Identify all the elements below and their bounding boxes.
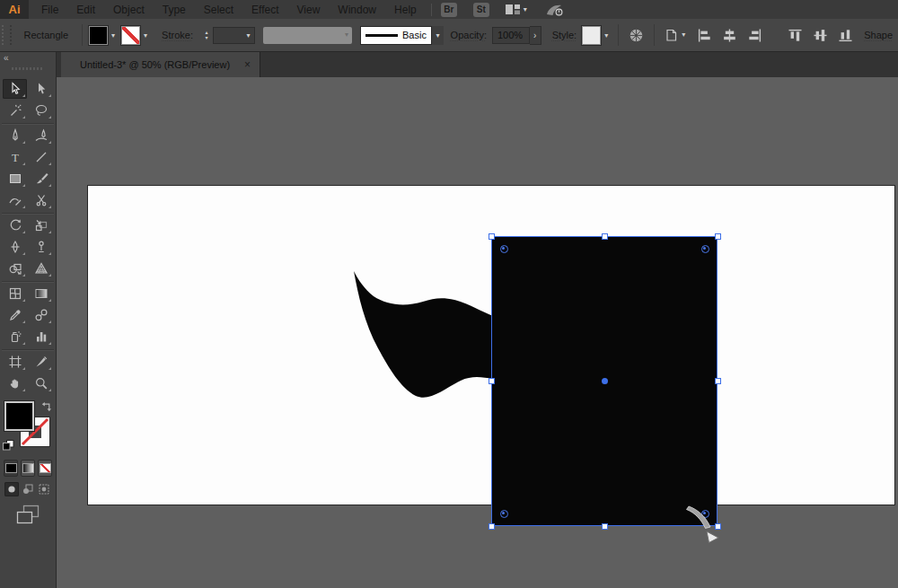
align-left-icon[interactable] — [697, 29, 712, 42]
menu-help[interactable]: Help — [385, 4, 426, 16]
rotate-tool-icon[interactable] — [3, 215, 27, 235]
perspective-grid-tool-icon[interactable] — [29, 259, 53, 278]
opacity-link[interactable]: Opacity: — [451, 30, 487, 40]
hand-tool-icon[interactable] — [3, 373, 27, 393]
fill-swatch-active[interactable] — [4, 401, 34, 431]
align-top-icon[interactable] — [788, 29, 803, 42]
stroke-color-swatch[interactable] — [121, 26, 140, 45]
stroke-chevron-icon[interactable]: ▾ — [140, 31, 151, 39]
fill-color-swatch[interactable] — [89, 26, 108, 45]
lasso-tool-icon[interactable] — [29, 101, 53, 120]
stroke-weight-stepper[interactable]: ▴ ▾ — [202, 30, 211, 40]
style-preview-chevron-icon[interactable]: ▾ — [432, 26, 443, 45]
align-horizontal-center-icon[interactable] — [722, 29, 737, 42]
line-segment-tool-icon[interactable] — [29, 147, 53, 167]
center-point[interactable] — [602, 378, 608, 384]
corner-widget[interactable] — [500, 245, 508, 253]
none-button[interactable] — [38, 460, 52, 477]
eyedropper-tool-icon[interactable] — [3, 305, 27, 325]
document-setup-icon[interactable]: ▾ — [664, 28, 685, 43]
gradient-button[interactable] — [21, 460, 35, 477]
recolor-artwork-icon[interactable] — [629, 28, 644, 43]
scale-tool-icon[interactable] — [29, 215, 53, 235]
color-button[interactable] — [4, 460, 18, 477]
handle-bottom-right[interactable] — [715, 523, 721, 530]
magic-wand-tool-icon[interactable] — [3, 101, 27, 120]
collapse-panel-icon[interactable]: « — [4, 53, 7, 63]
gradient-tool-icon[interactable] — [29, 284, 53, 303]
handle-bottom-left[interactable] — [489, 523, 495, 530]
change-screen-mode-icon[interactable] — [15, 505, 40, 524]
draw-normal-button[interactable] — [4, 482, 19, 496]
handle-middle-right[interactable] — [715, 378, 721, 384]
symbol-sprayer-tool-icon[interactable] — [3, 327, 27, 347]
shaper-tool-icon[interactable] — [3, 190, 27, 210]
width-tool-icon[interactable] — [3, 237, 27, 257]
stroke-weight-dropdown[interactable]: ▾ — [213, 27, 255, 44]
graphic-style-chevron-icon[interactable]: ▾ — [601, 31, 612, 39]
menu-type[interactable]: Type — [154, 4, 195, 16]
menu-file[interactable]: File — [32, 4, 67, 16]
align-right-icon[interactable] — [747, 29, 762, 42]
workspace-switcher-icon[interactable]: ▾ — [506, 4, 527, 15]
menu-effect[interactable]: Effect — [242, 4, 287, 16]
type-tool-icon[interactable]: T — [3, 147, 27, 167]
step-down-icon[interactable]: ▾ — [202, 35, 211, 40]
style-link[interactable]: Style: — [552, 30, 577, 40]
panel-grip[interactable] — [2, 25, 12, 45]
direct-selection-tool-icon[interactable] — [29, 79, 53, 99]
swap-fill-stroke-icon[interactable] — [40, 401, 52, 413]
paintbrush-tool-icon[interactable] — [29, 169, 53, 189]
style-preview-box[interactable]: Basic — [360, 26, 432, 45]
handle-bottom-center[interactable] — [602, 523, 608, 530]
curvature-tool-icon[interactable] — [29, 126, 53, 145]
draw-inside-button[interactable] — [37, 482, 51, 496]
handle-top-left[interactable] — [489, 233, 495, 240]
corner-widget[interactable] — [701, 510, 709, 518]
pen-tool-icon[interactable] — [3, 126, 27, 145]
zoom-tool-icon[interactable] — [29, 373, 53, 393]
gpu-performance-icon[interactable] — [545, 3, 564, 17]
puppet-warp-tool-icon[interactable] — [29, 237, 53, 257]
stroke-panel-link[interactable]: Stroke: — [162, 30, 193, 40]
shape-builder-tool-icon[interactable] — [3, 259, 27, 278]
artboard-tool-icon[interactable] — [3, 352, 27, 372]
menu-window[interactable]: Window — [329, 4, 385, 16]
fill-stroke-widget — [3, 401, 53, 453]
graphic-style-swatch[interactable] — [582, 26, 601, 45]
style-preview-name: Basic — [402, 30, 427, 40]
close-tab-icon[interactable]: × — [244, 59, 251, 70]
draw-behind-button[interactable] — [21, 482, 35, 496]
selection-tool-icon[interactable] — [3, 79, 27, 99]
scissors-tool-icon[interactable] — [29, 190, 53, 210]
chevron-down-icon: ▾ — [524, 6, 527, 13]
align-vertical-center-icon[interactable] — [813, 29, 828, 42]
align-bottom-icon[interactable] — [838, 29, 853, 42]
handle-top-center[interactable] — [602, 233, 608, 240]
column-graph-tool-icon[interactable] — [29, 327, 53, 347]
rectangle-tool-icon[interactable] — [3, 169, 27, 189]
handle-top-right[interactable] — [715, 233, 721, 240]
default-fill-stroke-icon[interactable] — [3, 440, 14, 451]
mesh-tool-icon[interactable] — [3, 284, 27, 303]
menu-select[interactable]: Select — [195, 4, 242, 16]
slice-tool-icon[interactable] — [29, 352, 53, 372]
shape-panel-link[interactable]: Shape — [864, 30, 893, 40]
canvas-area[interactable] — [57, 77, 898, 588]
menu-edit[interactable]: Edit — [67, 4, 104, 16]
menu-view[interactable]: View — [288, 4, 330, 16]
panel-drag-grip[interactable] — [12, 67, 44, 70]
corner-widget[interactable] — [701, 245, 709, 253]
blend-tool-icon[interactable] — [29, 305, 53, 325]
fill-chevron-icon[interactable]: ▾ — [108, 31, 119, 39]
opacity-input[interactable]: 100% — [492, 27, 530, 44]
divider — [654, 24, 655, 46]
menu-object[interactable]: Object — [104, 4, 154, 16]
bridge-button[interactable]: Br — [441, 3, 457, 17]
handle-middle-left[interactable] — [489, 378, 495, 384]
stock-button[interactable]: St — [473, 3, 489, 17]
corner-widget[interactable] — [500, 510, 508, 518]
document-tab[interactable]: Untitled-3* @ 50% (RGB/Preview) × — [61, 52, 260, 77]
menu-bar: Ai File Edit Object Type Select Effect V… — [0, 0, 898, 19]
opacity-expand-button[interactable]: › — [530, 26, 541, 45]
